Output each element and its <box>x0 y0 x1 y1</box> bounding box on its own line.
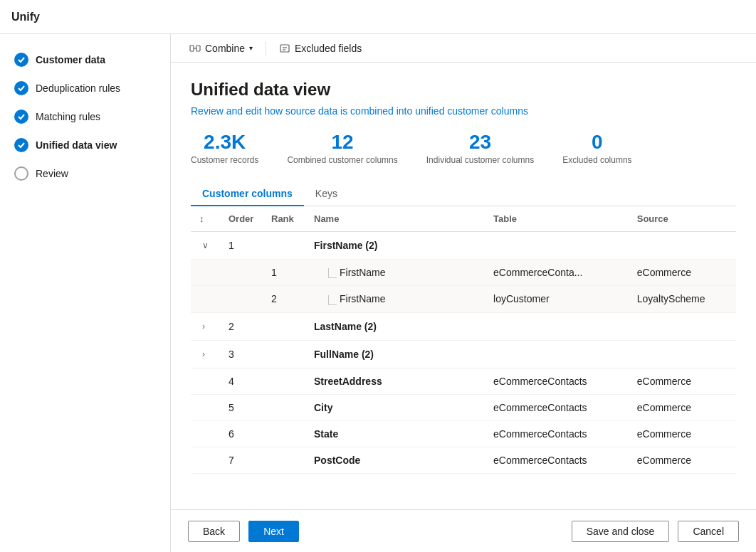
check-icon-deduplication <box>14 81 28 95</box>
cell-name: City <box>305 394 485 420</box>
sidebar-item-review[interactable]: Review <box>0 159 170 188</box>
svg-rect-1 <box>196 46 200 51</box>
th-source: Source <box>629 206 736 232</box>
cell-source: eCommerce <box>629 420 736 447</box>
stat-combined-columns: 12 Combined customer columns <box>287 131 397 165</box>
table-row: ›3FullName (2) <box>191 340 736 368</box>
cell-table: eCommerceContacts <box>485 420 629 447</box>
table-child-row: 2FirstNameloyCustomerLoyaltyScheme <box>191 286 736 312</box>
cell-rank <box>263 394 305 420</box>
cell-rank <box>263 368 305 394</box>
back-button[interactable]: Back <box>188 521 240 542</box>
sidebar-item-matching-rules[interactable]: Matching rules <box>0 102 170 131</box>
check-icon-matching <box>14 110 28 124</box>
check-icon-unified <box>14 138 28 152</box>
cell-name: LastName (2) <box>305 312 485 340</box>
cell-order: 2 <box>220 312 263 340</box>
save-close-button[interactable]: Save and close <box>572 521 670 542</box>
cell-table: eCommerceContacts <box>485 394 629 420</box>
cell-order: 5 <box>220 394 263 420</box>
tabs: Customer columns Keys <box>191 182 736 206</box>
child-cell-name: FirstName <box>305 286 485 312</box>
th-order: Order <box>220 206 263 232</box>
svg-rect-0 <box>190 46 194 51</box>
cell-source: eCommerce <box>629 394 736 420</box>
circle-icon-review <box>14 166 28 181</box>
cell-name: State <box>305 420 485 447</box>
table-header-row: ↕ Order Rank Name Table Source <box>191 206 736 232</box>
main-layout: Customer data Deduplication rules Matchi… <box>0 34 756 552</box>
cell-name: FirstName (2) <box>305 232 485 260</box>
expand-button[interactable]: › <box>199 320 208 333</box>
table-row: 6StateeCommerceContactseCommerce <box>191 420 736 447</box>
stat-excluded-columns: 0 Excluded columns <box>562 131 631 165</box>
combine-label: Combine <box>205 43 245 54</box>
sidebar-label-customer-data: Customer data <box>36 54 105 65</box>
combine-chevron-icon: ▾ <box>249 44 253 52</box>
stat-value-individual-columns: 23 <box>426 131 534 154</box>
sidebar: Customer data Deduplication rules Matchi… <box>0 34 171 552</box>
cell-source <box>629 312 736 340</box>
stat-label-customer-records: Customer records <box>191 155 258 165</box>
th-name: Name <box>305 206 485 232</box>
cell-source <box>629 340 736 368</box>
cell-source <box>629 232 736 260</box>
svg-rect-3 <box>280 45 289 52</box>
cell-table: eCommerceContacts <box>485 368 629 394</box>
stat-value-combined-columns: 12 <box>287 131 397 154</box>
cell-table <box>485 232 629 260</box>
bottom-right: Save and close Cancel <box>572 521 739 542</box>
stat-customer-records: 2.3K Customer records <box>191 131 258 165</box>
sub-nav-excluded-fields[interactable]: Excluded fields <box>272 37 369 60</box>
cell-table <box>485 340 629 368</box>
sidebar-item-customer-data[interactable]: Customer data <box>0 46 170 74</box>
child-cell-rank: 2 <box>263 286 305 312</box>
page-title: Unified data view <box>191 80 736 100</box>
stat-label-combined-columns: Combined customer columns <box>287 155 397 165</box>
table-row: 7PostCodeeCommerceContactseCommerce <box>191 447 736 473</box>
content-area: Combine ▾ Excluded fields Unified data v… <box>171 34 756 552</box>
stat-value-excluded-columns: 0 <box>562 131 631 154</box>
top-bar: Unify <box>0 0 756 34</box>
next-button[interactable]: Next <box>248 521 299 542</box>
table-row: 4StreetAddresseCommerceContactseCommerce <box>191 368 736 394</box>
cell-order: 6 <box>220 420 263 447</box>
cell-order: 3 <box>220 340 263 368</box>
cell-order: 7 <box>220 447 263 473</box>
cell-name: StreetAddress <box>305 368 485 394</box>
cancel-button[interactable]: Cancel <box>678 521 739 542</box>
stat-label-individual-columns: Individual customer columns <box>426 155 534 165</box>
expand-button[interactable]: › <box>199 348 208 361</box>
page-content: Unified data view Review and edit how so… <box>171 63 756 509</box>
sidebar-item-unified-data-view[interactable]: Unified data view <box>0 131 170 159</box>
cell-source: eCommerce <box>629 368 736 394</box>
check-icon-customer-data <box>14 53 28 67</box>
cell-source: eCommerce <box>629 447 736 473</box>
tab-keys[interactable]: Keys <box>304 182 349 206</box>
cell-order: 4 <box>220 368 263 394</box>
cell-table <box>485 312 629 340</box>
child-cell-rank: 1 <box>263 260 305 286</box>
child-cell-name: FirstName <box>305 260 485 286</box>
th-rank: Rank <box>263 206 305 232</box>
stat-value-customer-records: 2.3K <box>191 131 258 154</box>
sidebar-label-matching-rules: Matching rules <box>36 111 100 122</box>
tab-customer-columns[interactable]: Customer columns <box>191 182 304 206</box>
sort-icon: ↕ <box>199 213 204 224</box>
cell-rank <box>263 232 305 260</box>
expand-button[interactable]: ∨ <box>199 239 211 252</box>
th-table: Table <box>485 206 629 232</box>
cell-rank <box>263 447 305 473</box>
stat-individual-columns: 23 Individual customer columns <box>426 131 534 165</box>
table-row: ∨1FirstName (2) <box>191 232 736 260</box>
sub-nav-combine[interactable]: Combine ▾ <box>182 37 260 60</box>
stats-row: 2.3K Customer records 12 Combined custom… <box>191 131 736 165</box>
excluded-fields-icon <box>279 43 290 54</box>
cell-name: PostCode <box>305 447 485 473</box>
sidebar-item-deduplication-rules[interactable]: Deduplication rules <box>0 74 170 102</box>
sidebar-label-unified-data-view: Unified data view <box>36 139 117 151</box>
cell-table: eCommerceContacts <box>485 447 629 473</box>
cell-order: 1 <box>220 232 263 260</box>
bottom-bar: Back Next Save and close Cancel <box>171 509 756 552</box>
cell-rank <box>263 420 305 447</box>
